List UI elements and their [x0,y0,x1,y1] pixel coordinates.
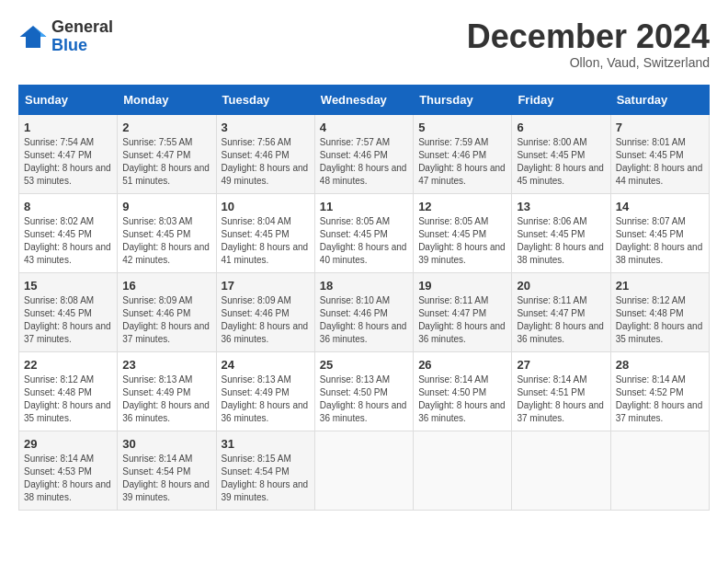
day-number: 19 [418,279,506,293]
day-cell: 31Sunrise: 8:15 AMSunset: 4:54 PMDayligh… [216,431,314,510]
day-detail: Sunrise: 8:10 AMSunset: 4:46 PMDaylight:… [320,294,408,346]
day-cell: 1Sunrise: 7:54 AMSunset: 4:47 PMDaylight… [19,114,118,193]
logo-icon [18,22,48,52]
day-number: 30 [122,437,210,451]
day-cell [512,431,610,510]
day-number: 7 [616,121,704,134]
day-cell: 18Sunrise: 8:10 AMSunset: 4:46 PMDayligh… [314,272,413,351]
day-detail: Sunrise: 7:54 AMSunset: 4:47 PMDaylight:… [24,136,112,188]
column-header-thursday: Thursday [414,85,512,114]
day-detail: Sunrise: 8:13 AMSunset: 4:49 PMDaylight:… [122,373,210,425]
day-detail: Sunrise: 8:12 AMSunset: 4:48 PMDaylight:… [24,373,112,425]
day-number: 20 [517,279,605,293]
day-detail: Sunrise: 8:14 AMSunset: 4:50 PMDaylight:… [418,373,506,425]
day-cell: 10Sunrise: 8:04 AMSunset: 4:45 PMDayligh… [216,193,314,272]
column-header-monday: Monday [118,85,216,114]
day-cell: 14Sunrise: 8:07 AMSunset: 4:45 PMDayligh… [610,193,709,272]
logo: General Blue [18,18,113,55]
day-cell: 26Sunrise: 8:14 AMSunset: 4:50 PMDayligh… [414,351,512,431]
day-number: 18 [320,279,408,293]
day-detail: Sunrise: 8:06 AMSunset: 4:45 PMDaylight:… [517,215,605,267]
day-detail: Sunrise: 8:00 AMSunset: 4:45 PMDaylight:… [517,136,605,188]
day-cell: 23Sunrise: 8:13 AMSunset: 4:49 PMDayligh… [118,351,216,431]
day-detail: Sunrise: 8:14 AMSunset: 4:52 PMDaylight:… [616,373,704,425]
week-row-4: 22Sunrise: 8:12 AMSunset: 4:48 PMDayligh… [19,351,710,431]
day-cell [610,431,709,510]
day-cell: 29Sunrise: 8:14 AMSunset: 4:53 PMDayligh… [19,431,118,510]
day-detail: Sunrise: 8:05 AMSunset: 4:45 PMDaylight:… [320,215,408,267]
day-cell: 20Sunrise: 8:11 AMSunset: 4:47 PMDayligh… [512,272,610,351]
column-header-sunday: Sunday [19,85,118,114]
day-detail: Sunrise: 8:11 AMSunset: 4:47 PMDaylight:… [418,294,506,346]
week-row-1: 1Sunrise: 7:54 AMSunset: 4:47 PMDaylight… [19,114,710,193]
calendar-body: 1Sunrise: 7:54 AMSunset: 4:47 PMDaylight… [19,114,710,510]
day-number: 24 [222,358,310,372]
day-number: 26 [418,358,506,372]
day-detail: Sunrise: 8:03 AMSunset: 4:45 PMDaylight:… [122,215,210,267]
day-cell: 9Sunrise: 8:03 AMSunset: 4:45 PMDaylight… [118,193,216,272]
day-cell: 25Sunrise: 8:13 AMSunset: 4:50 PMDayligh… [314,351,413,431]
day-number: 11 [320,200,408,213]
day-number: 15 [24,279,112,293]
day-detail: Sunrise: 8:15 AMSunset: 4:54 PMDaylight:… [222,453,310,504]
day-detail: Sunrise: 8:01 AMSunset: 4:45 PMDaylight:… [616,136,704,188]
day-detail: Sunrise: 7:55 AMSunset: 4:47 PMDaylight:… [122,136,210,188]
day-number: 13 [517,200,605,213]
day-number: 31 [222,437,310,451]
day-cell: 16Sunrise: 8:09 AMSunset: 4:46 PMDayligh… [118,272,216,351]
day-cell: 15Sunrise: 8:08 AMSunset: 4:45 PMDayligh… [19,272,118,351]
day-cell: 21Sunrise: 8:12 AMSunset: 4:48 PMDayligh… [610,272,709,351]
column-header-tuesday: Tuesday [216,85,314,114]
calendar-header: SundayMondayTuesdayWednesdayThursdayFrid… [19,85,710,114]
day-cell: 6Sunrise: 8:00 AMSunset: 4:45 PMDaylight… [512,114,610,193]
day-cell: 22Sunrise: 8:12 AMSunset: 4:48 PMDayligh… [19,351,118,431]
day-cell: 19Sunrise: 8:11 AMSunset: 4:47 PMDayligh… [414,272,512,351]
day-detail: Sunrise: 8:07 AMSunset: 4:45 PMDaylight:… [616,215,704,267]
day-number: 16 [122,279,210,293]
day-number: 8 [24,200,112,213]
day-cell [314,431,413,510]
day-number: 9 [122,200,210,213]
day-detail: Sunrise: 8:09 AMSunset: 4:46 PMDaylight:… [222,294,310,346]
day-number: 1 [24,121,112,134]
day-cell: 27Sunrise: 8:14 AMSunset: 4:51 PMDayligh… [512,351,610,431]
day-number: 3 [222,121,310,134]
day-number: 5 [418,121,506,134]
day-cell: 30Sunrise: 8:14 AMSunset: 4:54 PMDayligh… [118,431,216,510]
day-detail: Sunrise: 8:09 AMSunset: 4:46 PMDaylight:… [122,294,210,346]
page-header: General Blue December 2024 Ollon, Vaud, … [18,18,710,70]
day-detail: Sunrise: 8:11 AMSunset: 4:47 PMDaylight:… [517,294,605,346]
calendar-table: SundayMondayTuesdayWednesdayThursdayFrid… [18,85,710,511]
day-number: 4 [320,121,408,134]
location-subtitle: Ollon, Vaud, Switzerland [467,55,710,70]
day-number: 22 [24,358,112,372]
day-cell: 24Sunrise: 8:13 AMSunset: 4:49 PMDayligh… [216,351,314,431]
day-cell: 3Sunrise: 7:56 AMSunset: 4:46 PMDaylight… [216,114,314,193]
column-header-friday: Friday [512,85,610,114]
day-cell: 28Sunrise: 8:14 AMSunset: 4:52 PMDayligh… [610,351,709,431]
week-row-3: 15Sunrise: 8:08 AMSunset: 4:45 PMDayligh… [19,272,710,351]
day-number: 6 [517,121,605,134]
day-number: 14 [616,200,704,213]
week-row-2: 8Sunrise: 8:02 AMSunset: 4:45 PMDaylight… [19,193,710,272]
day-number: 17 [222,279,310,293]
day-number: 27 [517,358,605,372]
week-row-5: 29Sunrise: 8:14 AMSunset: 4:53 PMDayligh… [19,431,710,510]
day-detail: Sunrise: 8:14 AMSunset: 4:54 PMDaylight:… [122,453,210,504]
day-cell: 8Sunrise: 8:02 AMSunset: 4:45 PMDaylight… [19,193,118,272]
header-row: SundayMondayTuesdayWednesdayThursdayFrid… [19,85,710,114]
day-cell [414,431,512,510]
day-detail: Sunrise: 7:56 AMSunset: 4:46 PMDaylight:… [222,136,310,188]
day-cell: 11Sunrise: 8:05 AMSunset: 4:45 PMDayligh… [314,193,413,272]
day-cell: 17Sunrise: 8:09 AMSunset: 4:46 PMDayligh… [216,272,314,351]
day-detail: Sunrise: 8:14 AMSunset: 4:53 PMDaylight:… [24,453,112,504]
day-detail: Sunrise: 8:13 AMSunset: 4:49 PMDaylight:… [222,373,310,425]
day-detail: Sunrise: 8:04 AMSunset: 4:45 PMDaylight:… [222,215,310,267]
month-title: December 2024 [467,18,710,55]
day-cell: 7Sunrise: 8:01 AMSunset: 4:45 PMDaylight… [610,114,709,193]
day-detail: Sunrise: 8:14 AMSunset: 4:51 PMDaylight:… [517,373,605,425]
day-detail: Sunrise: 8:05 AMSunset: 4:45 PMDaylight:… [418,215,506,267]
day-number: 25 [320,358,408,372]
day-detail: Sunrise: 7:59 AMSunset: 4:46 PMDaylight:… [418,136,506,188]
column-header-saturday: Saturday [610,85,709,114]
